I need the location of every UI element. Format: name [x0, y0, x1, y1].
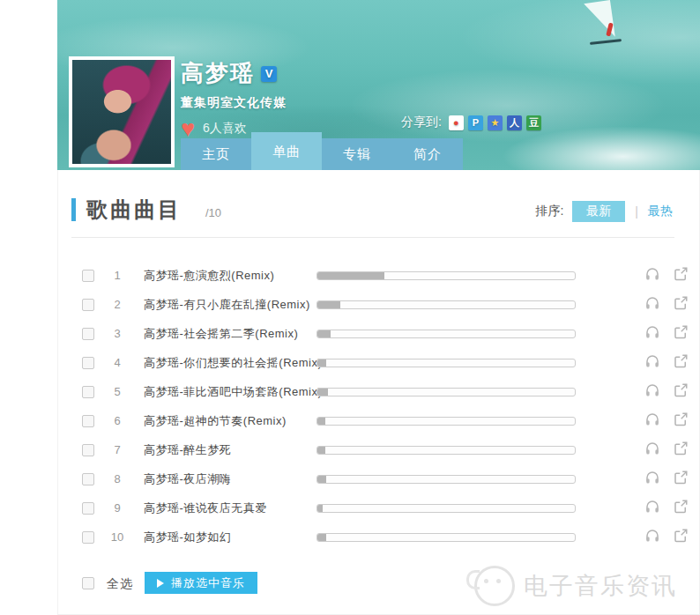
artist-avatar — [69, 56, 175, 167]
song-number: 5 — [104, 385, 130, 398]
sort-newest-button[interactable]: 最新 — [572, 201, 625, 222]
headphones-icon[interactable] — [644, 382, 660, 398]
headphones-icon[interactable] — [644, 441, 660, 456]
renren-icon[interactable]: 人 — [507, 115, 522, 130]
share-icon[interactable] — [673, 411, 689, 427]
song-title[interactable]: 高梦瑶-夜店潮嗨 — [144, 471, 231, 487]
song-number: 9 — [104, 501, 130, 515]
headphones-icon[interactable] — [644, 353, 660, 369]
song-popularity-bar — [316, 388, 576, 396]
headphones-icon[interactable] — [644, 411, 660, 427]
headphones-icon[interactable] — [644, 324, 660, 340]
song-title[interactable]: 高梦瑶-醉生梦死 — [144, 442, 231, 458]
song-number: 1 — [104, 269, 130, 282]
song-row: 4 高梦瑶-你们想要的社会摇(Remix) — [58, 348, 699, 377]
tab-singles[interactable]: 单曲 — [251, 132, 322, 170]
header-divider — [71, 237, 674, 238]
song-popularity-bar — [316, 446, 576, 455]
watermark-text: 电子音乐资讯 — [524, 570, 677, 602]
song-number: 4 — [104, 356, 130, 369]
song-popularity-bar — [316, 504, 576, 513]
share-icon[interactable] — [673, 499, 689, 515]
share-icon[interactable] — [673, 441, 689, 456]
song-number: 10 — [104, 530, 130, 544]
windsurf-board — [590, 39, 622, 45]
headphones-icon[interactable] — [644, 499, 660, 515]
song-row: 2 高梦瑶-有只小鹿在乱撞(Remix) — [58, 290, 699, 319]
pengyou-icon[interactable]: P — [468, 115, 483, 130]
song-checkbox[interactable] — [82, 386, 94, 398]
song-row: 9 高梦瑶-谁说夜店无真爱 — [58, 493, 699, 522]
share-icon[interactable] — [673, 382, 689, 398]
share-icon[interactable] — [673, 528, 689, 544]
song-title[interactable]: 高梦瑶-如梦如幻 — [144, 530, 231, 545]
share-icon[interactable] — [673, 324, 689, 340]
song-checkbox[interactable] — [82, 299, 94, 311]
artist-name: 高梦瑶 — [181, 58, 255, 89]
song-popularity-bar — [316, 417, 576, 426]
song-checkbox[interactable] — [82, 328, 94, 340]
song-checkbox[interactable] — [82, 357, 94, 369]
headphones-icon[interactable] — [644, 528, 660, 544]
song-row: 1 高梦瑶-愈演愈烈(Remix) — [58, 261, 699, 290]
section-count: /10 — [205, 206, 221, 219]
headphones-icon[interactable] — [644, 470, 660, 485]
play-selected-button[interactable]: 播放选中音乐 — [145, 572, 257, 594]
share-icon[interactable] — [673, 470, 689, 485]
song-number: 2 — [104, 298, 130, 311]
play-icon — [157, 579, 164, 588]
share-icon[interactable] — [673, 295, 689, 311]
song-title[interactable]: 高梦瑶-社会摇第二季(Remix) — [144, 326, 298, 342]
song-title[interactable]: 高梦瑶-有只小鹿在乱撞(Remix) — [144, 297, 310, 313]
song-number: 6 — [104, 414, 130, 427]
tab-albums[interactable]: 专辑 — [322, 138, 392, 170]
song-popularity-bar — [316, 475, 576, 484]
song-checkbox[interactable] — [82, 444, 94, 456]
song-checkbox[interactable] — [82, 502, 94, 515]
headphones-icon[interactable] — [644, 295, 660, 311]
song-row: 8 高梦瑶-夜店潮嗨 — [58, 464, 699, 493]
song-number: 8 — [104, 472, 130, 485]
section-header: 歌曲曲目 /10 排序: 最新 | 最热 — [71, 195, 674, 225]
song-checkbox[interactable] — [82, 473, 94, 485]
verified-badge-icon: V — [261, 66, 277, 82]
watermark: 电子音乐资讯 — [474, 566, 677, 606]
sort-label: 排序: — [535, 204, 563, 219]
song-number: 3 — [104, 327, 130, 340]
sina-weibo-icon[interactable]: ● — [449, 115, 464, 130]
song-checkbox[interactable] — [82, 415, 94, 427]
song-title[interactable]: 高梦瑶-谁说夜店无真爱 — [144, 500, 267, 516]
tab-intro[interactable]: 简介 — [392, 138, 463, 170]
share-label: 分享到: — [401, 115, 442, 130]
song-popularity-bar — [316, 533, 576, 542]
song-row: 7 高梦瑶-醉生梦死 — [58, 435, 699, 464]
song-checkbox[interactable] — [82, 270, 94, 282]
douban-icon[interactable]: 豆 — [526, 115, 541, 130]
song-title[interactable]: 高梦瑶-愈演愈烈(Remix) — [144, 268, 274, 284]
select-all-checkbox[interactable] — [82, 577, 94, 589]
song-checkbox[interactable] — [82, 531, 94, 544]
share-icon[interactable] — [673, 266, 689, 282]
artist-info: 高梦瑶 V 董集明室文化传媒 ♥ 6人喜欢 — [181, 58, 287, 137]
share-icon[interactable] — [673, 353, 689, 369]
artist-company: 董集明室文化传媒 — [181, 95, 287, 111]
headphones-icon[interactable] — [644, 266, 660, 282]
song-title[interactable]: 高梦瑶-菲比酒吧中场套路(Remix) — [144, 384, 322, 400]
tab-home[interactable]: 主页 — [181, 138, 251, 170]
windsurfer-graphic — [570, 0, 634, 53]
song-title[interactable]: 高梦瑶-超神的节奏(Remix) — [144, 413, 287, 429]
sort-hottest-button[interactable]: 最热 — [648, 204, 673, 219]
profile-banner: 高梦瑶 V 董集明室文化传媒 ♥ 6人喜欢 分享到: ●P★人豆 主页单曲专辑简… — [57, 0, 700, 170]
song-title[interactable]: 高梦瑶-你们想要的社会摇(Remix) — [144, 355, 322, 371]
song-row: 3 高梦瑶-社会摇第二季(Remix) — [58, 319, 699, 348]
song-number: 7 — [104, 443, 130, 456]
song-row: 6 高梦瑶-超神的节奏(Remix) — [58, 406, 699, 435]
qzone-icon[interactable]: ★ — [488, 115, 503, 130]
song-popularity-bar — [316, 359, 576, 367]
watermark-logo-icon — [474, 566, 515, 606]
song-popularity-bar — [316, 300, 576, 309]
select-all-label: 全选 — [107, 576, 133, 592]
sort-controls: 排序: 最新 | 最热 — [535, 201, 673, 222]
section-title: 歌曲曲目 — [86, 196, 182, 224]
song-list: 1 高梦瑶-愈演愈烈(Remix) 2 高梦瑶-有只小鹿在乱撞(Remix) — [58, 261, 699, 552]
